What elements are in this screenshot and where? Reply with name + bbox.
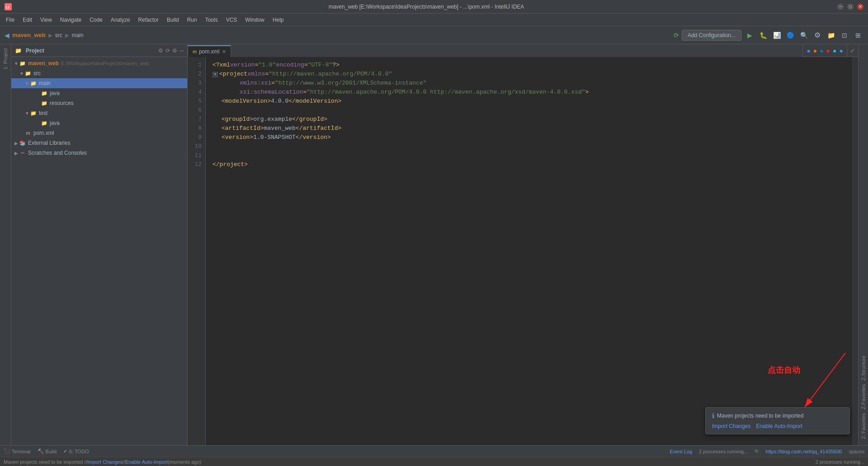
code-line-4: xsi:schemaLocation = "http://maven.apach… [212, 88, 846, 97]
profile-button[interactable]: 📊 [771, 30, 782, 41]
main-arrow-icon: ▼ [24, 81, 30, 86]
menu-file[interactable]: File [2, 15, 18, 24]
tree-src[interactable]: ▼ 📁 src [11, 68, 187, 78]
minimize-button[interactable]: ─ [837, 4, 844, 10]
edge-icon[interactable]: ● [820, 47, 823, 54]
space-indicator: spaces [849, 449, 864, 454]
extra-button[interactable]: ⊞ [853, 30, 863, 41]
structure-label[interactable]: Z-Structure [860, 354, 867, 382]
root-folder-icon: 📁 [19, 60, 26, 67]
menu-navigate[interactable]: Navigate [57, 15, 85, 24]
menu-tools[interactable]: Tools [202, 15, 222, 24]
menu-vcs[interactable]: VCS [222, 15, 241, 24]
tree-java[interactable]: 📁 java [11, 88, 187, 98]
tree-test[interactable]: ▼ 📁 test [11, 108, 187, 118]
firefox-icon[interactable]: ● [813, 47, 817, 54]
line-num-2: 2 [188, 70, 202, 79]
menu-view[interactable]: View [37, 15, 56, 24]
enable-auto-import-link[interactable]: Enable Auto-Import [125, 459, 168, 465]
code-editor[interactable]: <?xml version = "1.0" encoding = "UTF-8"… [206, 57, 853, 445]
pom-tab[interactable]: m pom.xml ✕ [188, 45, 231, 57]
ie-icon[interactable]: ● [833, 47, 836, 54]
layout-button[interactable]: ⊡ [839, 30, 850, 41]
code-line-2: ▼ <project xmlns = "http://maven.apache.… [212, 70, 846, 79]
line-numbers: 1 2 3 4 5 6 7 8 9 10 11 12 [188, 57, 206, 445]
line-num-7: 7 [188, 115, 202, 124]
model-ver-val: 4.0.0 [271, 97, 288, 106]
processes-running: 2 processes running... [816, 459, 864, 465]
line-num-10: 10 [188, 142, 202, 151]
root-path: E:\Workspace\IdeaProjects\maven_web [61, 61, 149, 66]
menu-analyze[interactable]: Analyze [107, 15, 134, 24]
tree-external-libs[interactable]: ▶ 📚 External Libraries [11, 138, 187, 148]
panel-sync-icon[interactable]: ⟳ [165, 48, 170, 54]
window-controls[interactable]: ─ □ ✕ [837, 4, 863, 10]
favorites-2-label[interactable]: 2: Favorites [860, 411, 867, 441]
maximize-button[interactable]: □ [847, 4, 854, 10]
tree-scratches[interactable]: ▶ ✏ Scratches and Consoles [11, 148, 187, 158]
groupid-close: </groupId> [292, 115, 327, 124]
editor-body: 1 2 3 4 5 6 7 8 9 10 11 12 <?xml version [188, 57, 858, 445]
xsi-schema-attr: xsi:schemaLocation [240, 88, 303, 97]
xmlns-val: "http://maven.apache.org/POM/4.0.0" [269, 70, 392, 79]
breadcrumb-main: main [72, 32, 84, 38]
status-time: (moments ago) [168, 459, 201, 465]
line-num-11: 11 [188, 151, 202, 160]
menu-refactor[interactable]: Refactor [135, 15, 162, 24]
coverage-button[interactable]: 🔵 [785, 30, 796, 41]
favorites-label[interactable]: Z-Favorites [860, 382, 867, 411]
sync-icon[interactable]: ⟳ [674, 32, 679, 39]
project-panel-header: 📁 Project ⚙ ⟳ ⚙ ─ [11, 44, 187, 57]
menu-window[interactable]: Window [241, 15, 268, 24]
xml-decl-open: <?xml [212, 61, 230, 70]
menu-help[interactable]: Help [269, 15, 288, 24]
open-in-finder-button[interactable]: 📁 [826, 30, 836, 41]
browser-icons-row: ● ● ● ● ● ● [802, 44, 847, 57]
annotation-container: 点击自动 [768, 365, 800, 376]
menu-run[interactable]: Run [184, 15, 201, 24]
chrome-icon[interactable]: ● [807, 47, 810, 54]
terminal-tab[interactable]: ⬛ Terminal [4, 448, 31, 454]
search-button[interactable]: 🔍 [798, 30, 809, 41]
import-changes-button[interactable]: Import Changes [712, 423, 750, 429]
terminal-label: Terminal [12, 449, 31, 454]
todo-tab[interactable]: ✔ 6: TODO [63, 448, 89, 454]
fold-btn-2[interactable]: ▼ [212, 72, 218, 77]
project-open: <project [219, 70, 247, 79]
import-changes-link[interactable]: Import Changes [87, 459, 123, 465]
terminal-icon: ⬛ [4, 448, 10, 454]
tree-resources[interactable]: 📁 resources [11, 98, 187, 108]
url-link[interactable]: https://blog.csdn.net/qq_41435600 [765, 449, 842, 454]
groupid-open: <groupId> [222, 115, 253, 124]
tab-xml-icon: m [193, 49, 197, 54]
processes-status: 2 processes running... [699, 449, 748, 454]
panel-close-icon[interactable]: ─ [179, 48, 184, 54]
add-configuration-button[interactable]: Add Configuration... [682, 30, 741, 41]
menu-code[interactable]: Code [86, 15, 106, 24]
event-log-label[interactable]: Event Log [670, 449, 693, 454]
tree-main[interactable]: ▼ 📁 main [11, 78, 187, 88]
sidebar-project-label[interactable]: 1: Project [2, 47, 9, 71]
build-tab[interactable]: 🔨 Build [38, 448, 57, 454]
settings-button[interactable]: ⚙ [812, 30, 823, 41]
tab-close-icon[interactable]: ✕ [222, 49, 226, 55]
tree-root[interactable]: ▼ 📁 maven_web E:\Workspace\IdeaProjects\… [11, 58, 187, 68]
menu-edit[interactable]: Edit [19, 15, 36, 24]
code-line-8: <artifactId> maven_web </artifactId> [212, 124, 846, 133]
tree-test-java[interactable]: 📁 java [11, 118, 187, 128]
notification-text: Maven projects need to be imported [717, 413, 803, 419]
debug-button[interactable]: 🐛 [758, 30, 769, 41]
panel-gear-icon[interactable]: ⚙ [172, 48, 177, 54]
enable-auto-import-button[interactable]: Enable Auto-Import [756, 423, 802, 429]
opera-icon[interactable]: ● [826, 47, 830, 54]
menu-build[interactable]: Build [163, 15, 183, 24]
safari-icon[interactable]: ● [840, 47, 843, 54]
project-name: maven_web [12, 32, 46, 38]
tree-pom[interactable]: m pom.xml [11, 128, 187, 138]
panel-settings-icon[interactable]: ⚙ [158, 48, 163, 54]
scratches-name: Scratches and Consoles [28, 150, 87, 156]
app-icon: IJ [5, 3, 12, 10]
close-button[interactable]: ✕ [857, 4, 863, 10]
run-button[interactable]: ▶ [744, 30, 755, 41]
right-gutter [853, 57, 858, 445]
